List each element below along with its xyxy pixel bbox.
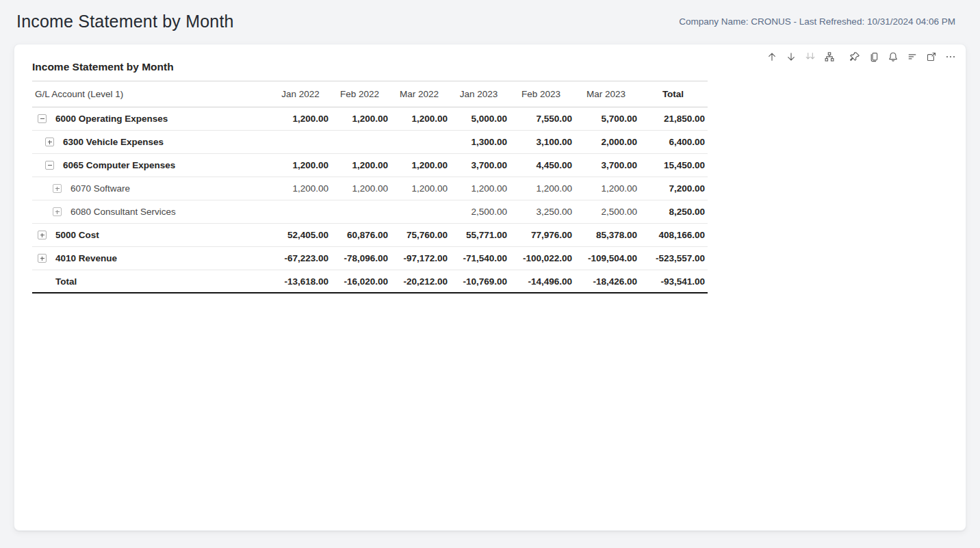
- expand-toggle-icon[interactable]: [53, 207, 62, 216]
- column-header[interactable]: Feb 2022: [330, 89, 389, 99]
- value-cell: -97,172.00: [389, 253, 449, 263]
- focus-mode-button[interactable]: [923, 49, 940, 65]
- bell-icon: [888, 51, 899, 62]
- value-cell: 3,100.00: [508, 137, 573, 147]
- value-cell: 3,250.00: [508, 207, 573, 217]
- copy-button[interactable]: [866, 49, 882, 65]
- value-cell: 1,200.00: [330, 160, 389, 170]
- ellipsis-icon: [945, 51, 956, 62]
- value-cell: 1,200.00: [573, 183, 639, 194]
- value-cell: 1,200.00: [449, 183, 508, 194]
- filter-icon: [907, 51, 918, 62]
- alert-button[interactable]: [885, 49, 901, 65]
- table-total-row[interactable]: Total-13,618.00-16,020.00-20,212.00-10,7…: [32, 270, 708, 293]
- table-row[interactable]: 6080 Consultant Services2,500.003,250.00…: [32, 200, 708, 224]
- filter-button[interactable]: [904, 49, 920, 65]
- account-cell: 6080 Consultant Services: [32, 207, 271, 217]
- report-card: Income Statement by Month G/L Account (L…: [14, 44, 966, 531]
- expand-toggle-icon[interactable]: [53, 184, 62, 193]
- value-cell: -93,541.00: [639, 276, 708, 287]
- value-cell: 5,000.00: [449, 114, 508, 124]
- collapse-toggle-icon[interactable]: [38, 114, 47, 123]
- table-row[interactable]: 6300 Vehicle Expenses1,300.003,100.002,0…: [32, 131, 708, 154]
- drill-down-button[interactable]: [783, 49, 799, 65]
- account-label: 6065 Computer Expenses: [63, 160, 175, 170]
- go-to-next-level-button: [802, 49, 818, 65]
- value-cell: 2,500.00: [449, 207, 508, 217]
- table-row[interactable]: 5000 Cost52,405.0060,876.0075,760.0055,7…: [32, 224, 708, 247]
- arrow-down-icon: [786, 51, 797, 62]
- value-cell: 1,200.00: [271, 114, 330, 124]
- column-header-account[interactable]: G/L Account (Level 1): [32, 89, 271, 99]
- double-arrow-down-icon: [805, 51, 816, 62]
- value-cell: 2,500.00: [573, 207, 639, 217]
- value-cell: 1,200.00: [330, 183, 389, 194]
- column-header[interactable]: Mar 2022: [389, 89, 449, 99]
- value-cell: 7,200.00: [639, 183, 708, 194]
- account-cell: 6300 Vehicle Expenses: [32, 137, 271, 147]
- value-cell: 1,200.00: [271, 183, 330, 194]
- value-cell: 1,200.00: [389, 183, 449, 194]
- value-cell: -13,618.00: [271, 276, 330, 287]
- value-cell: -71,540.00: [449, 253, 508, 263]
- table-row[interactable]: 4010 Revenue-67,223.00-78,096.00-97,172.…: [32, 247, 708, 270]
- value-cell: -20,212.00: [389, 276, 449, 287]
- expand-toggle-icon[interactable]: [38, 254, 47, 263]
- table-row[interactable]: 6000 Operating Expenses1,200.001,200.001…: [32, 107, 708, 131]
- account-cell: 6065 Computer Expenses: [32, 160, 271, 170]
- account-cell: 6070 Software: [32, 183, 271, 194]
- page-title: Income Statement by Month: [16, 12, 234, 31]
- value-cell: 1,200.00: [271, 160, 330, 170]
- value-cell: 3,700.00: [573, 160, 639, 170]
- matrix-header-row: G/L Account (Level 1)Jan 2022Feb 2022Mar…: [32, 81, 708, 107]
- value-cell: 8,250.00: [639, 207, 708, 217]
- table-row[interactable]: 6065 Computer Expenses1,200.001,200.001,…: [32, 154, 708, 177]
- account-cell: 6000 Operating Expenses: [32, 114, 271, 124]
- account-label: 6080 Consultant Services: [70, 207, 176, 217]
- value-cell: 6,400.00: [639, 137, 708, 147]
- drill-up-button[interactable]: [764, 49, 780, 65]
- value-cell: 1,200.00: [389, 114, 449, 124]
- account-label: 6070 Software: [70, 183, 130, 194]
- value-cell: -67,223.00: [271, 253, 330, 263]
- column-header[interactable]: Feb 2023: [508, 89, 573, 99]
- copy-icon: [868, 51, 879, 62]
- account-label: 5000 Cost: [55, 230, 99, 240]
- value-cell: 7,550.00: [508, 114, 573, 124]
- table-row[interactable]: 6070 Software1,200.001,200.001,200.001,2…: [32, 177, 708, 200]
- collapse-toggle-icon[interactable]: [45, 161, 54, 170]
- account-label: 6000 Operating Expenses: [55, 114, 168, 124]
- column-header[interactable]: Total: [639, 89, 708, 99]
- column-header[interactable]: Jan 2022: [271, 89, 330, 99]
- focus-icon: [926, 51, 937, 62]
- visual-toolbar: [764, 49, 959, 65]
- account-label: 4010 Revenue: [55, 253, 117, 263]
- column-header[interactable]: Jan 2023: [449, 89, 508, 99]
- account-cell: Total: [32, 276, 271, 287]
- value-cell: 77,976.00: [508, 230, 573, 240]
- value-cell: -14,496.00: [508, 276, 573, 287]
- pin-button[interactable]: [847, 49, 863, 65]
- expand-toggle-icon[interactable]: [38, 231, 47, 239]
- column-header[interactable]: Mar 2023: [573, 89, 639, 99]
- matrix-visual: Income Statement by Month G/L Account (L…: [32, 61, 708, 293]
- value-cell: 55,771.00: [449, 230, 508, 240]
- value-cell: 3,700.00: [449, 160, 508, 170]
- expand-toggle-icon[interactable]: [45, 138, 54, 146]
- pin-icon: [849, 51, 860, 62]
- value-cell: 75,760.00: [389, 230, 449, 240]
- value-cell: -18,426.00: [573, 276, 639, 287]
- value-cell: 85,378.00: [573, 230, 639, 240]
- value-cell: 1,300.00: [449, 137, 508, 147]
- visual-title: Income Statement by Month: [32, 61, 708, 73]
- value-cell: 21,850.00: [639, 114, 708, 124]
- value-cell: 1,200.00: [389, 160, 449, 170]
- account-cell: 5000 Cost: [32, 230, 271, 240]
- company-refresh-info: Company Name: CRONUS - Last Refreshed: 1…: [679, 16, 955, 27]
- account-label: 6300 Vehicle Expenses: [63, 137, 164, 147]
- value-cell: 5,700.00: [573, 114, 639, 124]
- more-options-button[interactable]: [942, 49, 959, 65]
- page-header: Income Statement by Month Company Name: …: [0, 0, 980, 42]
- expand-all-button[interactable]: [821, 49, 838, 65]
- matrix-body: 6000 Operating Expenses1,200.001,200.001…: [32, 107, 708, 293]
